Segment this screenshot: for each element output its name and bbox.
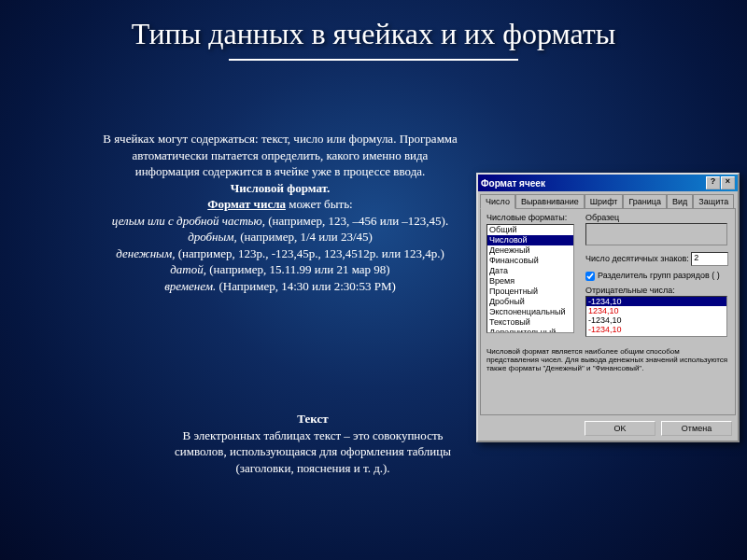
list-item[interactable]: -1234,10 <box>586 297 726 306</box>
dialog-title: Формат ячеек <box>481 178 545 189</box>
dialog-tabs: Число Выравнивание Шрифт Граница Вид Защ… <box>478 191 738 208</box>
tab-alignment[interactable]: Выравнивание <box>515 194 585 209</box>
numeric-format-heading: Числовой формат. <box>231 181 331 195</box>
negative-numbers-group: Отрицательные числа: -1234,10 1234,10 -1… <box>585 286 727 337</box>
number-panel: Числовые форматы: Общий Числовой Денежны… <box>480 208 736 415</box>
list-item[interactable]: 1234,10 <box>586 306 726 315</box>
list-item[interactable]: Дата <box>487 266 573 276</box>
close-button[interactable]: × <box>721 176 735 189</box>
help-button[interactable]: ? <box>706 176 720 189</box>
intro-paragraph: В ячейках могут содержаться: текст, числ… <box>103 132 458 178</box>
body-text: В ячейках могут содержаться: текст, числ… <box>103 131 458 294</box>
title-underline <box>229 59 518 61</box>
thousands-separator-checkbox[interactable]: Разделитель групп разрядов ( ) <box>585 271 720 281</box>
decimal-places-row: Число десятичных знаков: 2 <box>585 252 735 266</box>
sample-box <box>585 223 727 245</box>
tab-number[interactable]: Число <box>480 194 515 209</box>
formats-listbox[interactable]: Общий Числовой Денежный Финансовый Дата … <box>486 224 574 333</box>
dialog-buttons: OK Отмена <box>478 417 738 441</box>
list-item[interactable]: Числовой <box>487 235 573 245</box>
text-heading: Текст <box>297 412 328 426</box>
slide-title: Типы данных в ячейках и их форматы <box>0 0 747 59</box>
tab-view[interactable]: Вид <box>667 194 693 209</box>
dialog-titlebar[interactable]: Формат ячеек ? × <box>478 175 738 191</box>
tab-border[interactable]: Граница <box>623 194 667 209</box>
list-item[interactable]: Денежный <box>487 245 573 256</box>
list-item[interactable]: Текстовый <box>487 317 573 328</box>
list-item[interactable]: -1234,10 <box>586 315 726 325</box>
decimal-places-input[interactable]: 2 <box>691 252 728 266</box>
format-cells-dialog: Формат ячеек ? × Число Выравнивание Шриф… <box>476 173 740 442</box>
tab-font[interactable]: Шрифт <box>585 194 624 209</box>
list-item[interactable]: Экспоненциальный <box>487 307 573 317</box>
number-format-label: Формат числа <box>207 197 286 211</box>
list-item[interactable]: Общий <box>487 225 573 235</box>
ok-button[interactable]: OK <box>585 421 655 436</box>
list-item[interactable]: -1234,10 <box>586 325 726 334</box>
text-paragraph: В электронных таблицах текст – это совок… <box>175 428 451 475</box>
tab-protection[interactable]: Защита <box>693 194 734 209</box>
cancel-button[interactable]: Отмена <box>661 421 732 436</box>
text-section: Текст В электронных таблицах текст – это… <box>159 411 467 476</box>
negative-numbers-listbox[interactable]: -1234,10 1234,10 -1234,10 -1234,10 <box>585 296 727 337</box>
format-description: Числовой формат является наиболее общим … <box>486 347 729 373</box>
list-item[interactable]: Дополнительный <box>487 328 573 333</box>
list-item[interactable]: Процентный <box>487 287 573 297</box>
list-item[interactable]: Финансовый <box>487 256 573 266</box>
list-item[interactable]: Время <box>487 276 573 287</box>
list-item[interactable]: Дробный <box>487 297 573 307</box>
sample-group: Образец <box>585 213 727 245</box>
